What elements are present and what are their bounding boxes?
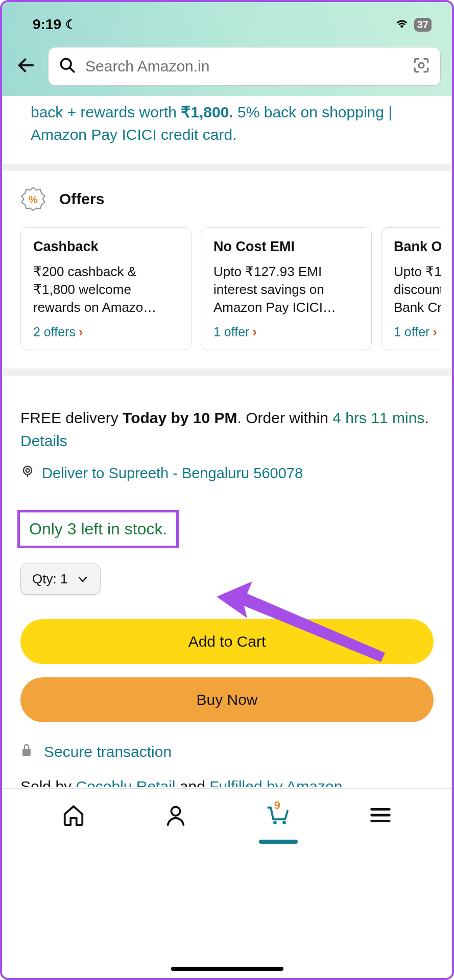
svg-point-15 xyxy=(282,821,286,825)
lock-icon xyxy=(20,743,33,761)
section-divider xyxy=(2,164,452,171)
status-bar: 9:19 ☾ 37 xyxy=(2,7,452,43)
search-input[interactable] xyxy=(85,58,403,75)
promo-banner-link[interactable]: back + rewards worth ₹1,800. 5% back on … xyxy=(2,96,452,164)
svg-point-9 xyxy=(23,467,32,475)
stock-status: Only 3 left in stock. xyxy=(17,510,179,548)
offers-title: Offers xyxy=(59,190,104,208)
fulfilled-link[interactable]: Fulfilled by Amazon xyxy=(209,778,342,787)
offer-card-emi[interactable]: No Cost EMI Upto ₹127.93 EMI interest sa… xyxy=(201,227,372,350)
svg-point-14 xyxy=(273,821,277,825)
offers-carousel[interactable]: Cashback ₹200 cashback & ₹1,800 welcome … xyxy=(20,227,441,350)
offer-card-cashback[interactable]: Cashback ₹200 cashback & ₹1,800 welcome … xyxy=(20,227,192,350)
quantity-selector[interactable]: Qty: 1 xyxy=(20,564,101,595)
svg-point-10 xyxy=(26,469,30,472)
back-button[interactable] xyxy=(13,55,39,78)
deliver-to-row[interactable]: Deliver to Supreeth - Bengaluru 560078 xyxy=(20,464,434,482)
user-icon xyxy=(164,803,187,827)
header-area: 9:19 ☾ 37 xyxy=(2,2,452,96)
delivery-text: FREE delivery Today by 10 PM. Order with… xyxy=(20,406,434,452)
offers-badge-icon: % xyxy=(20,186,46,212)
bottom-tab-bar: 9 xyxy=(2,789,452,836)
svg-point-6 xyxy=(419,63,424,68)
tab-account[interactable] xyxy=(160,802,191,828)
section-divider xyxy=(2,369,452,376)
hamburger-icon xyxy=(369,803,392,827)
chevron-down-icon xyxy=(77,573,89,585)
tab-cart[interactable]: 9 xyxy=(263,802,294,828)
battery-icon: 37 xyxy=(414,18,432,32)
svg-point-13 xyxy=(172,807,180,816)
offers-section: % Offers Cashback ₹200 cashback & ₹1,800… xyxy=(2,171,452,369)
active-tab-indicator xyxy=(259,840,298,844)
svg-line-5 xyxy=(70,68,74,72)
buy-now-button[interactable]: Buy Now xyxy=(20,677,434,722)
camera-lens-icon[interactable] xyxy=(413,57,430,76)
cart-count-badge: 9 xyxy=(274,799,280,812)
seller-link[interactable]: Cocoblu Retail xyxy=(76,778,175,787)
secure-transaction-link[interactable]: Secure transaction xyxy=(2,722,452,766)
search-icon xyxy=(59,57,76,76)
search-box[interactable] xyxy=(48,47,441,86)
wifi-icon xyxy=(395,16,409,33)
add-to-cart-button[interactable]: Add to Cart xyxy=(20,619,434,664)
offer-card-bank[interactable]: Bank Offer Upto ₹15 discount on Bank Cre… xyxy=(381,227,441,350)
svg-rect-12 xyxy=(22,749,31,756)
delivery-section: FREE delivery Today by 10 PM. Order with… xyxy=(2,376,452,487)
location-pin-icon xyxy=(20,464,35,482)
home-icon xyxy=(62,803,85,827)
status-time: 9:19 xyxy=(33,16,61,33)
tab-home[interactable] xyxy=(58,802,89,828)
dnd-moon-icon: ☾ xyxy=(65,17,77,32)
tab-menu[interactable] xyxy=(365,802,396,828)
delivery-details-link[interactable]: Details xyxy=(20,432,67,449)
home-indicator xyxy=(171,967,283,971)
sold-by-text: Sold by Cocoblu Retail and Fulfilled by … xyxy=(2,766,452,787)
svg-text:%: % xyxy=(29,194,38,205)
